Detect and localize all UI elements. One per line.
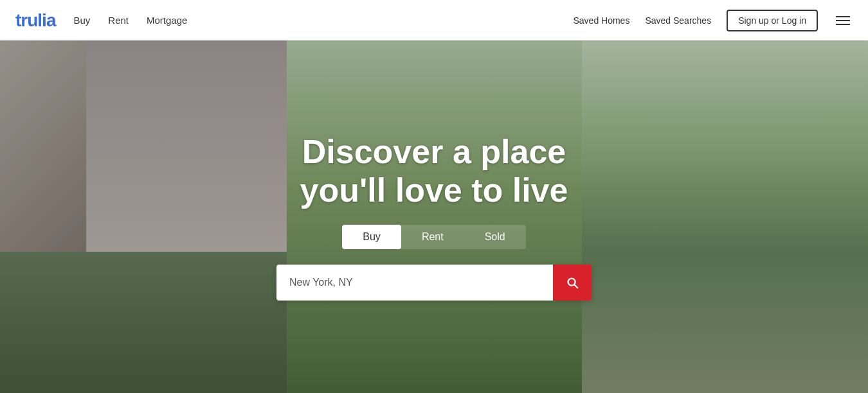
search-type-tabs: Buy Rent Sold xyxy=(342,225,525,249)
hero-section: Discover a place you'll love to live Buy… xyxy=(0,40,868,393)
hamburger-menu-icon[interactable] xyxy=(833,13,853,28)
search-input[interactable] xyxy=(276,265,553,301)
search-icon xyxy=(565,275,579,290)
nav-right: Saved Homes Saved Searches Sign up or Lo… xyxy=(573,10,853,31)
nav-buy[interactable]: Buy xyxy=(73,15,90,26)
nav-rent[interactable]: Rent xyxy=(108,15,129,26)
search-button[interactable] xyxy=(553,265,592,301)
search-bar xyxy=(276,265,592,301)
saved-searches-link[interactable]: Saved Searches xyxy=(645,15,711,26)
logo[interactable]: trulia xyxy=(15,10,55,31)
nav-mortgage[interactable]: Mortgage xyxy=(147,15,187,26)
hero-content: Discover a place you'll love to live Buy… xyxy=(276,133,592,301)
hero-title-line1: Discover a place xyxy=(302,133,566,170)
hero-title: Discover a place you'll love to live xyxy=(300,133,568,210)
logo-text: trulia xyxy=(15,10,55,31)
main-nav: trulia Buy Rent Mortgage Saved Homes Sav… xyxy=(0,0,868,40)
tab-sold[interactable]: Sold xyxy=(464,225,526,249)
saved-homes-link[interactable]: Saved Homes xyxy=(573,15,629,26)
hero-title-line2: you'll love to live xyxy=(300,171,568,209)
nav-links: Buy Rent Mortgage xyxy=(73,15,573,26)
tab-buy[interactable]: Buy xyxy=(342,225,401,249)
tab-rent[interactable]: Rent xyxy=(401,225,464,249)
signup-button[interactable]: Sign up or Log in xyxy=(727,10,818,31)
